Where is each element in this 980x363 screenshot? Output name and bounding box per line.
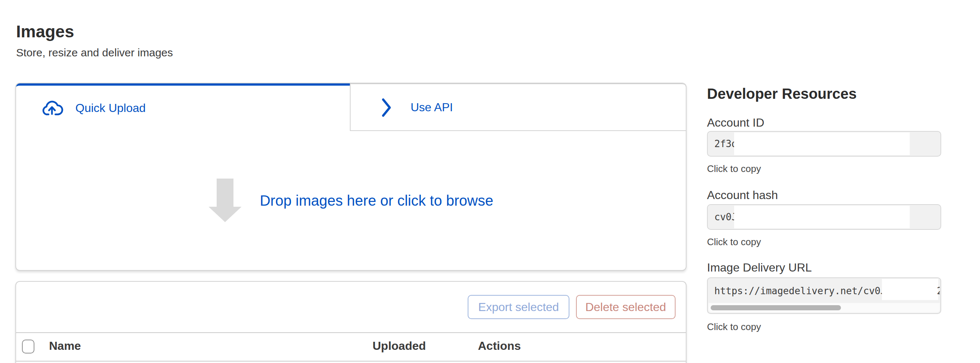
image-delivery-url-value: https://imagedelivery.net/cv0JS — [714, 285, 892, 296]
redaction-overlay — [734, 132, 910, 155]
delete-selected-button[interactable]: Delete selected — [576, 295, 676, 319]
image-delivery-url-label: Image Delivery URL — [707, 261, 812, 274]
account-hash-copy-hint[interactable]: Click to copy — [707, 236, 761, 247]
scrollbar-thumb[interactable] — [711, 305, 841, 310]
tab-quick-upload[interactable]: Quick Upload — [16, 83, 350, 131]
account-hash-field[interactable]: cv0J — [707, 204, 941, 230]
redaction-overlay — [882, 279, 938, 300]
images-dashboard-page: Images Store, resize and deliver images … — [0, 0, 980, 363]
image-delivery-url-field[interactable]: https://imagedelivery.net/cv0JS 2 — [707, 277, 941, 314]
tab-quick-upload-label: Quick Upload — [75, 102, 146, 115]
account-id-copy-hint[interactable]: Click to copy — [707, 163, 761, 174]
clipped-character: 2 — [937, 285, 940, 297]
page-title: Images — [16, 22, 74, 42]
column-header-actions: Actions — [478, 339, 521, 353]
image-table-card: Export selected Delete selected Name Upl… — [15, 281, 687, 363]
tab-use-api[interactable]: Use API — [350, 83, 686, 131]
redaction-overlay — [734, 205, 910, 228]
select-all-checkbox[interactable] — [22, 339, 34, 353]
account-id-label: Account ID — [707, 116, 764, 129]
dropzone-text: Drop images here or click to browse — [260, 192, 493, 209]
horizontal-scrollbar[interactable] — [708, 303, 940, 312]
tab-use-api-label: Use API — [410, 100, 453, 114]
account-hash-label: Account hash — [707, 189, 778, 202]
table-toolbar: Export selected Delete selected — [16, 282, 686, 332]
developer-resources-section: Developer Resources Account ID 2f3d Clic… — [707, 86, 948, 363]
account-id-field[interactable]: 2f3d — [707, 131, 941, 157]
chevron-right-icon — [380, 97, 392, 118]
column-header-uploaded: Uploaded — [372, 339, 426, 353]
image-dropzone[interactable]: Drop images here or click to browse — [16, 131, 686, 270]
upload-panel: Quick Upload Use API Drop images here or… — [15, 83, 687, 271]
tab-strip: Quick Upload Use API — [16, 83, 686, 131]
column-header-name: Name — [49, 339, 81, 353]
page-subtitle: Store, resize and deliver images — [16, 46, 173, 59]
arrow-down-icon — [208, 178, 242, 223]
cloud-upload-icon — [40, 100, 64, 116]
table-header-row: Name Uploaded Actions — [16, 332, 686, 361]
export-selected-button[interactable]: Export selected — [468, 295, 570, 319]
developer-resources-heading: Developer Resources — [707, 86, 857, 102]
image-delivery-url-copy-hint[interactable]: Click to copy — [707, 321, 761, 332]
